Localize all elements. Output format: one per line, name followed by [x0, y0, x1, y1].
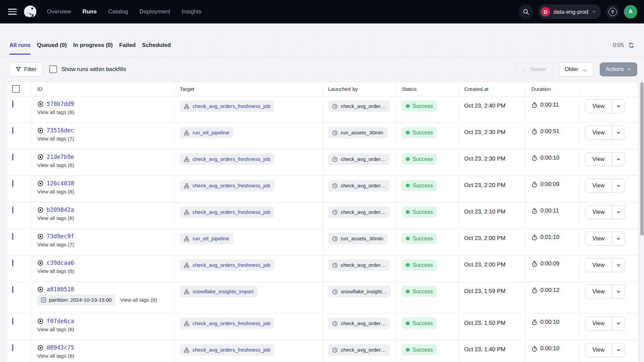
view-all-tags-link[interactable]: View all tags (7) — [37, 136, 74, 142]
view-button[interactable]: View — [585, 258, 612, 272]
run-id-link[interactable]: 73516dec — [47, 127, 74, 134]
launched-by-chip[interactable]: run_assets_30min — [328, 233, 387, 244]
run-id-link[interactable]: c39dcaa6 — [47, 259, 74, 266]
target-chip[interactable]: run_etl_pipeline — [180, 233, 233, 244]
row-checkbox[interactable] — [12, 233, 13, 240]
view-all-tags-link[interactable]: View all tags (8) — [120, 297, 157, 303]
view-button[interactable]: View — [585, 285, 612, 298]
launched-by-chip[interactable]: check_avg_order… — [328, 180, 390, 191]
row-checkbox[interactable] — [12, 154, 13, 161]
tab-failed[interactable]: Failed — [119, 42, 136, 49]
view-dropdown-button[interactable] — [612, 343, 625, 357]
view-button[interactable]: View — [585, 126, 612, 139]
launched-by-chip[interactable]: run_assets_30min — [328, 127, 387, 138]
row-checkbox[interactable] — [12, 318, 13, 325]
run-id-link[interactable]: b209842a — [47, 206, 74, 213]
view-all-tags-link[interactable]: View all tags (6) — [37, 326, 74, 333]
filter-button[interactable]: Filter — [9, 62, 43, 76]
show-backfills-checkbox[interactable] — [49, 65, 57, 73]
refresh-icon[interactable] — [628, 42, 635, 49]
row-checkbox[interactable] — [12, 101, 13, 108]
scrollbar-track[interactable] — [639, 81, 644, 362]
view-dropdown-button[interactable] — [612, 100, 625, 113]
actions-button[interactable]: Actions — [600, 62, 637, 76]
partition-chip[interactable]: partition: 2024-10-23-15:00 — [37, 295, 115, 305]
run-id-link[interactable]: 126c4038 — [47, 180, 74, 187]
view-all-tags-link[interactable]: View all tags (6) — [37, 353, 74, 359]
deployment-switcher[interactable]: D data-eng-prod — [538, 4, 601, 19]
launched-by-chip[interactable]: snowflake_insight… — [328, 286, 391, 297]
view-button[interactable]: View — [585, 317, 612, 330]
hamburger-menu-icon[interactable] — [8, 9, 17, 15]
run-id-link[interactable]: 21de7b9e — [47, 154, 74, 160]
search-button[interactable] — [519, 4, 533, 19]
tab-in-progress-0[interactable]: In progress (0) — [73, 42, 113, 49]
view-button[interactable]: View — [585, 153, 612, 166]
target-chip[interactable]: snowflake_insights_import — [180, 286, 258, 297]
older-button[interactable]: Older → — [559, 62, 593, 76]
nav-link-runs[interactable]: Runs — [83, 8, 97, 15]
launched-by-chip[interactable]: check_avg_order… — [328, 344, 390, 356]
help-button[interactable] — [606, 5, 619, 18]
run-id-link[interactable]: 570b7dd9 — [47, 101, 74, 107]
view-button[interactable]: View — [585, 205, 612, 219]
nav-link-insights[interactable]: Insights — [182, 8, 202, 15]
tab-queued-0[interactable]: Queued (0) — [37, 42, 67, 49]
dagster-logo-icon[interactable] — [23, 4, 38, 19]
tab-all-runs[interactable]: All runs — [9, 42, 31, 49]
target-chip[interactable]: check_avg_orders_freshness_job — [180, 206, 274, 218]
view-all-tags-link[interactable]: View all tags (6) — [37, 268, 74, 274]
view-all-tags-link[interactable]: View all tags (6) — [37, 109, 74, 115]
view-all-tags-link[interactable]: View all tags (7) — [37, 242, 74, 248]
view-dropdown-button[interactable] — [612, 317, 625, 330]
launched-by-chip[interactable]: check_avg_order… — [328, 206, 390, 218]
run-id-link[interactable]: f07de6ca — [47, 318, 74, 324]
nav-link-deployment[interactable]: Deployment — [140, 8, 170, 15]
nav-link-overview[interactable]: Overview — [47, 8, 71, 15]
view-dropdown-button[interactable] — [612, 205, 625, 219]
run-id-link[interactable]: 73d9ec9f — [47, 233, 74, 240]
view-dropdown-button[interactable] — [612, 258, 625, 272]
view-button[interactable]: View — [585, 100, 612, 113]
newer-button[interactable]: ← Newer — [515, 62, 552, 76]
status-dot-icon — [406, 104, 410, 108]
view-button[interactable]: View — [585, 232, 612, 245]
view-dropdown-button[interactable] — [612, 285, 625, 298]
target-chip[interactable]: check_avg_orders_freshness_job — [180, 154, 274, 165]
launched-by-chip[interactable]: check_avg_order… — [328, 259, 390, 271]
view-all-tags-link[interactable]: View all tags (6) — [37, 162, 74, 168]
row-checkbox[interactable] — [12, 344, 13, 351]
launched-by-chip[interactable]: check_avg_order… — [328, 101, 390, 112]
status-label: Success — [413, 262, 433, 268]
target-chip[interactable]: check_avg_orders_freshness_job — [180, 180, 274, 191]
view-dropdown-button[interactable] — [612, 179, 625, 192]
scrollbar-thumb[interactable] — [640, 82, 644, 236]
view-all-tags-link[interactable]: View all tags (6) — [37, 189, 74, 195]
view-button[interactable]: View — [585, 343, 612, 357]
target-chip[interactable]: check_avg_orders_freshness_job — [180, 318, 274, 329]
target-chip[interactable]: check_avg_orders_freshness_job — [180, 344, 274, 356]
row-checkbox[interactable] — [12, 127, 13, 134]
tab-scheduled[interactable]: Scheduled — [142, 42, 171, 49]
view-dropdown-button[interactable] — [612, 153, 625, 166]
launched-by-chip[interactable]: check_avg_order… — [328, 318, 390, 329]
row-checkbox[interactable] — [12, 180, 13, 187]
row-checkbox[interactable] — [12, 206, 13, 214]
target-chip[interactable]: check_avg_orders_freshness_job — [180, 101, 274, 112]
view-button[interactable]: View — [585, 179, 612, 192]
clock-icon — [332, 157, 338, 162]
view-all-tags-link[interactable]: View all tags (6) — [37, 215, 74, 221]
row-checkbox[interactable] — [12, 286, 13, 293]
view-dropdown-button[interactable] — [612, 232, 625, 245]
avatar[interactable]: A — [624, 5, 637, 18]
row-checkbox[interactable] — [12, 259, 13, 266]
run-id-link[interactable]: 08943c75 — [47, 344, 74, 351]
launched-by-chip[interactable]: check_avg_order… — [328, 154, 390, 165]
target-chip[interactable]: check_avg_orders_freshness_job — [180, 259, 274, 271]
view-dropdown-button[interactable] — [612, 126, 625, 139]
select-all-checkbox[interactable] — [12, 85, 20, 93]
nav-link-catalog[interactable]: Catalog — [108, 8, 128, 15]
run-id-link[interactable]: a8180518 — [47, 286, 74, 293]
duration-label: 0:00:11 — [540, 102, 559, 108]
target-chip[interactable]: run_etl_pipeline — [180, 127, 233, 138]
